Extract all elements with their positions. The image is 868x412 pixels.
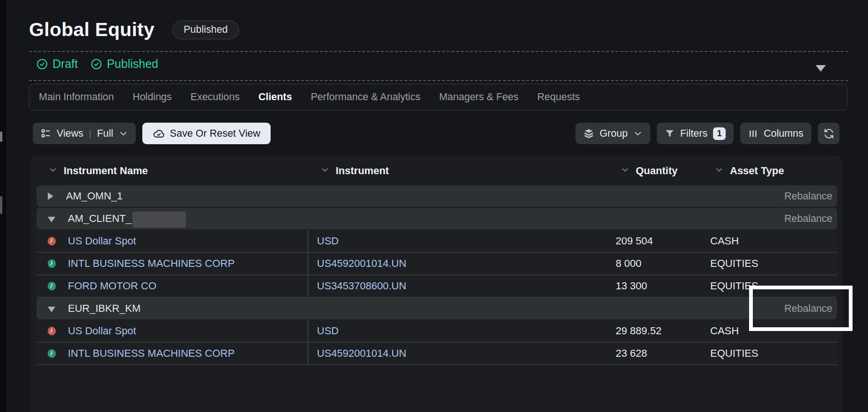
- tab-holdings[interactable]: Holdings: [132, 91, 172, 103]
- asset-type-cell: EQUITIES: [705, 253, 837, 274]
- quantity-cell: 13 300: [609, 275, 705, 297]
- quantity-value: 209 504: [616, 235, 653, 247]
- quantity-cell: 29 889.52: [609, 320, 705, 342]
- chevron-down-icon[interactable]: [49, 166, 57, 176]
- column-header-quantity[interactable]: Quantity: [609, 165, 705, 177]
- holding-row: INTL BUSINESS MACHINES CORPUS4592001014.…: [37, 253, 837, 275]
- chevron-down-icon[interactable]: [715, 166, 723, 176]
- asset-type-value: EQUITIES: [710, 258, 758, 270]
- portfolio-screen: Global Equity Published Draft Published …: [0, 0, 868, 412]
- group-row-am-omn-1[interactable]: AM_OMN_1Rebalance: [37, 185, 837, 207]
- toolbar-right: Group Filters 1 Columns: [575, 123, 839, 144]
- instrument-code-cell: USD: [309, 230, 609, 252]
- instrument-code-cell: US4592001014.UN: [309, 343, 609, 364]
- collapse-toggle-icon[interactable]: [48, 307, 55, 312]
- filters-count-badge: 1: [713, 127, 726, 140]
- edge-fragment: [0, 132, 2, 142]
- clock-icon: [47, 348, 57, 359]
- divider: [29, 80, 848, 81]
- asset-type-value: CASH: [710, 325, 739, 337]
- columns-label: Columns: [764, 128, 803, 140]
- clock-icon: [47, 281, 57, 291]
- tab-managers-fees[interactable]: Managers & Fees: [439, 91, 519, 103]
- save-or-reset-view-button[interactable]: Save Or Reset View: [142, 123, 271, 144]
- group-name: EUR_IBKR_KM: [68, 302, 140, 315]
- holding-row: US Dollar SpotUSD209 504CASH: [37, 230, 837, 253]
- tab-executions[interactable]: Executions: [191, 91, 240, 103]
- instrument-name-cell: US Dollar Spot: [37, 230, 309, 252]
- tab-main-information[interactable]: Main Information: [39, 91, 114, 103]
- group-row-eur-ibkr-km[interactable]: EUR_IBKR_KMRebalance: [37, 298, 837, 319]
- quantity-value: 8 000: [616, 258, 641, 270]
- asset-type-cell: EQUITIES: [705, 343, 837, 364]
- clock-icon: [47, 326, 57, 336]
- instrument-name-link[interactable]: US Dollar Spot: [68, 235, 136, 247]
- check-circle-icon: [91, 59, 102, 70]
- filters-button[interactable]: Filters 1: [657, 123, 734, 144]
- table-header-row: Instrument NameInstrumentQuantityAsset T…: [37, 156, 837, 185]
- instrument-name-link[interactable]: US Dollar Spot: [68, 325, 136, 337]
- clock-icon: [47, 258, 57, 269]
- instrument-code-cell: USD: [309, 320, 609, 342]
- collapse-toggle-icon[interactable]: [48, 217, 55, 222]
- group-button[interactable]: Group: [575, 123, 650, 144]
- refresh-button[interactable]: [818, 123, 839, 144]
- views-mode: Full: [97, 128, 113, 140]
- expand-toggle-icon[interactable]: [48, 192, 53, 200]
- holding-row: INTL BUSINESS MACHINES CORPUS4592001014.…: [37, 343, 837, 365]
- group-name: AM_CLIENT_: [68, 213, 132, 225]
- workflow-step-published[interactable]: Published: [91, 57, 158, 71]
- columns-button[interactable]: Columns: [740, 123, 811, 144]
- instrument-code-cell: US4592001014.UN: [309, 253, 609, 274]
- views-button[interactable]: Views | Full: [33, 123, 136, 144]
- views-label: Views: [57, 128, 83, 140]
- instrument-code-link[interactable]: USD: [317, 325, 338, 337]
- tab-requests[interactable]: Requests: [537, 91, 580, 103]
- chevron-down-icon: [633, 129, 642, 138]
- quantity-value: 23 628: [616, 347, 647, 360]
- tab-clients[interactable]: Clients: [258, 91, 292, 103]
- holding-row: FORD MOTOR COUS3453708600.UN13 300EQUITI…: [37, 275, 837, 298]
- divider: [29, 51, 848, 52]
- column-header-label: Instrument Name: [64, 165, 148, 177]
- column-header-instrument[interactable]: Instrument: [309, 165, 609, 177]
- workflow-step-draft[interactable]: Draft: [37, 57, 78, 71]
- chevron-down-icon[interactable]: [621, 166, 629, 176]
- instrument-name-link[interactable]: FORD MOTOR CO: [68, 280, 156, 292]
- rebalance-button[interactable]: Rebalance: [784, 191, 832, 202]
- instrument-code-link[interactable]: US4592001014.UN: [317, 258, 406, 270]
- instrument-code-link[interactable]: US4592001014.UN: [317, 347, 406, 360]
- quantity-cell: 8 000: [609, 253, 705, 274]
- instrument-name-link[interactable]: INTL BUSINESS MACHINES CORP: [68, 258, 235, 270]
- column-header-asset-type[interactable]: Asset Type: [705, 165, 837, 177]
- toolbar: Views | Full Save Or Reset View Group Fi…: [33, 123, 839, 144]
- layers-icon: [583, 128, 594, 139]
- group-name: AM_OMN_1: [66, 190, 123, 202]
- asset-type-value: EQUITIES: [710, 347, 758, 360]
- rebalance-button[interactable]: Rebalance: [784, 213, 832, 225]
- list-view-icon: [41, 128, 51, 139]
- tab-performance-analytics[interactable]: Performance & Analytics: [311, 91, 420, 103]
- instrument-code-link[interactable]: USD: [317, 235, 338, 247]
- columns-icon: [748, 129, 758, 139]
- instrument-name-link[interactable]: INTL BUSINESS MACHINES CORP: [68, 347, 235, 360]
- column-header-label: Instrument: [336, 165, 389, 177]
- cloud-check-icon: [153, 127, 165, 140]
- instrument-code-link[interactable]: US3453708600.UN: [317, 280, 406, 292]
- page-title: Global Equity: [29, 19, 154, 41]
- refresh-icon: [823, 128, 835, 140]
- instrument-name-cell: INTL BUSINESS MACHINES CORP: [37, 343, 309, 364]
- collapse-caret-icon[interactable]: [816, 65, 826, 72]
- column-header-instrument-name[interactable]: Instrument Name: [37, 165, 309, 177]
- asset-type-cell: CASH: [705, 230, 837, 252]
- chevron-down-icon[interactable]: [321, 166, 329, 176]
- quantity-value: 29 889.52: [616, 325, 662, 337]
- workflow-step-label: Draft: [52, 57, 78, 71]
- highlight-annotation-box: [749, 286, 853, 331]
- quantity-cell: 209 504: [609, 230, 705, 252]
- chevron-down-icon: [119, 129, 128, 138]
- views-divider: |: [89, 128, 91, 139]
- holding-row: US Dollar SpotUSD29 889.52CASH: [37, 320, 837, 343]
- funnel-icon: [665, 129, 675, 139]
- instrument-name-cell: FORD MOTOR CO: [37, 275, 309, 297]
